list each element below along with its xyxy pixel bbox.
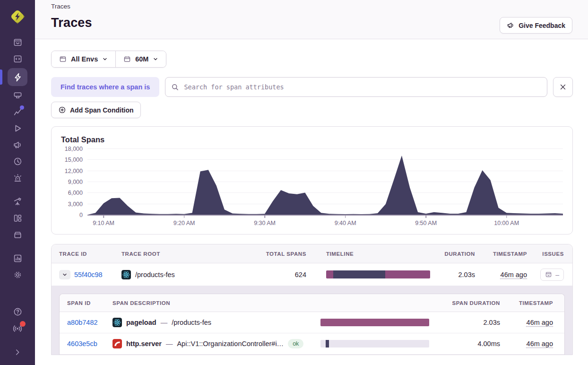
span-op: http.server (126, 340, 162, 348)
breadcrumb[interactable]: Traces (51, 2, 572, 16)
span-search-input[interactable] (184, 83, 541, 91)
span-timestamp[interactable]: 46m ago (527, 319, 553, 326)
chevron-down-icon (153, 56, 158, 62)
close-icon (559, 83, 567, 91)
span-description: /products-fes (172, 319, 211, 326)
expand-sidebar-icon[interactable] (8, 344, 27, 360)
col-span-duration: Span Duration (429, 300, 500, 306)
col-issues: Issues (527, 251, 564, 257)
chevron-down-icon (62, 272, 68, 278)
total-spans-value: 624 (250, 271, 306, 278)
megaphone-icon (507, 21, 515, 29)
projects-icon[interactable] (8, 87, 27, 104)
trace-timeline-bar (326, 270, 430, 278)
give-feedback-button[interactable]: Give Feedback (500, 17, 572, 34)
y-axis: 03,0006,0009,00012,00015,00018,000 (61, 149, 87, 215)
chart-title: Total Spans (61, 135, 563, 144)
col-span-id: Span ID (67, 300, 112, 306)
sentry-logo[interactable] (8, 7, 27, 26)
col-timestamp: Timestamp (475, 251, 527, 257)
page-filter-bar: All Envs 60M (51, 51, 166, 68)
total-spans-panel: Total Spans 03,0006,0009,00012,00015,000… (51, 126, 573, 235)
trace-issues-pill[interactable]: – (540, 269, 564, 281)
explore-icon[interactable] (8, 51, 27, 67)
col-trace-id: Trace ID (59, 251, 121, 257)
rails-icon (112, 339, 122, 348)
traces-icon[interactable] (8, 68, 27, 86)
react-icon (121, 270, 131, 279)
date-range-filter[interactable]: 60M (116, 51, 166, 67)
trace-duration: 2.03s (430, 271, 475, 278)
environment-filter[interactable]: All Envs (52, 51, 115, 67)
issues-icon (545, 271, 552, 278)
total-spans-plot (87, 149, 563, 215)
col-total-spans: Total Spans (250, 251, 306, 257)
span-timestamp[interactable]: 46m ago (527, 340, 553, 348)
dashboards-icon[interactable] (8, 210, 27, 226)
span-duration: 2.03s (429, 319, 500, 326)
span-id-link[interactable]: a80b7482 (67, 319, 98, 326)
find-traces-where-label: Find traces where a span is (51, 77, 159, 97)
calendar-icon (123, 55, 131, 63)
expanded-spans-section: Span ID Span Description Span Duration T… (52, 286, 572, 355)
clear-search-button[interactable] (553, 77, 573, 97)
window-icon (59, 55, 67, 63)
span-row: 4603e5cb http.server — Api::V1::Organiza… (60, 333, 564, 355)
add-span-condition-button[interactable]: Add Span Condition (51, 102, 141, 118)
col-span-timestamp: Timestamp (500, 300, 553, 306)
traces-table: Trace ID Trace Root Total Spans Timeline… (51, 244, 573, 355)
span-row: a80b7482 pageload (60, 312, 564, 333)
whats-new-icon[interactable] (8, 320, 27, 337)
settings-icon[interactable] (8, 267, 27, 283)
x-axis: 9:10 AM9:20 AM9:30 AM9:40 AM9:50 AM10:00… (87, 215, 563, 228)
span-duration: 4.00ms (429, 340, 500, 348)
spans-table: Span ID Span Description Span Duration T… (59, 294, 565, 355)
issues-count: – (555, 271, 559, 278)
collapse-trace-button[interactable] (59, 270, 70, 279)
help-icon[interactable] (8, 304, 27, 320)
trace-row: 55f40c98 /products-fes 624 (52, 263, 572, 286)
insights-notification-dot (20, 105, 24, 110)
page-header: Traces Traces Give Feedback (35, 0, 588, 39)
col-span-description: Span Description (112, 300, 320, 306)
insights-icon[interactable] (8, 104, 27, 120)
span-id-link[interactable]: 4603e5cb (67, 340, 97, 348)
sidebar (0, 0, 35, 365)
react-icon (112, 318, 122, 327)
whats-new-notification-dot (20, 321, 26, 327)
chevron-down-icon (102, 56, 108, 62)
plus-circle-icon (58, 106, 66, 114)
stats-icon[interactable] (8, 250, 27, 267)
issues-icon[interactable] (8, 34, 27, 51)
col-trace-root: Trace Root (121, 251, 250, 257)
page-title: Traces (51, 16, 572, 30)
trace-root-name[interactable]: /products-fes (135, 271, 175, 278)
span-duration-bar (320, 319, 429, 326)
trace-id-link[interactable]: 55f40c98 (74, 271, 103, 278)
search-icon (171, 83, 179, 91)
traces-table-header: Trace ID Trace Root Total Spans Timeline… (52, 244, 572, 263)
span-status-badge: ok (288, 339, 303, 348)
spans-table-header: Span ID Span Description Span Duration T… (60, 294, 564, 312)
replays-icon[interactable] (8, 120, 27, 137)
span-search-box[interactable] (165, 77, 547, 97)
active-indicator (0, 70, 2, 85)
span-op: pageload (126, 319, 156, 326)
releases-icon[interactable] (8, 226, 27, 243)
span-duration-bar (320, 340, 429, 348)
span-description: Api::V1::OrganizationController#i… (177, 340, 284, 348)
discover-icon[interactable] (8, 193, 27, 210)
history-icon[interactable] (8, 153, 27, 170)
alerts-icon[interactable] (8, 170, 27, 186)
col-timeline: Timeline (306, 251, 430, 257)
feedback-icon[interactable] (8, 137, 27, 153)
trace-timestamp[interactable]: 46m ago (501, 271, 527, 278)
col-duration: Duration (430, 251, 475, 257)
